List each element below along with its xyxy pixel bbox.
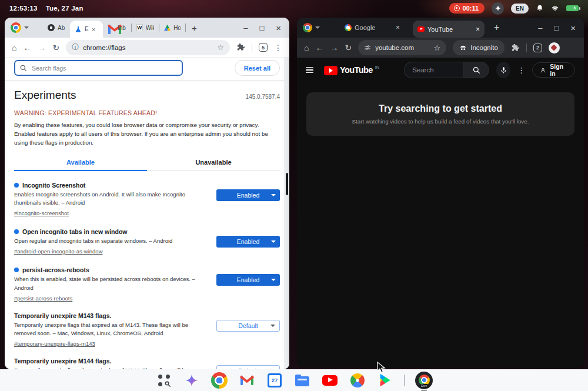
divider	[5, 80, 289, 81]
keyboard-language-badge: EN	[511, 4, 529, 14]
region-code: IN	[375, 65, 380, 70]
gmail-app-icon[interactable]	[238, 372, 256, 389]
incognito-badge: Incognito	[453, 40, 505, 55]
scrollbar-track[interactable]	[284, 58, 289, 369]
tab-unavailable[interactable]: Unavailable	[147, 159, 280, 171]
hamburger-menu-icon[interactable]	[306, 67, 313, 73]
voice-search-button[interactable]	[496, 62, 510, 78]
search-icon	[19, 64, 27, 72]
app-drawer-button[interactable]	[155, 372, 173, 389]
close-tab-icon[interactable]: ×	[92, 26, 95, 33]
flag-permalink[interactable]: #temporary-unexpire-flags-m143	[14, 340, 95, 347]
close-window-button[interactable]: ×	[276, 23, 281, 33]
flag-dot-icon	[14, 229, 19, 234]
back-button[interactable]: ←	[23, 44, 31, 52]
chevron-down-icon	[24, 26, 29, 29]
minimize-button[interactable]: –	[243, 24, 248, 32]
flag-permalink[interactable]: #incognito-screenshot	[14, 210, 69, 216]
new-tab-button[interactable]: +	[192, 23, 197, 33]
sign-in-button[interactable]: Sign in	[532, 62, 575, 78]
close-tab-icon[interactable]: ×	[396, 24, 400, 32]
browser-more-menu[interactable]: ⋮	[274, 44, 282, 52]
calendar-day: 27	[272, 377, 278, 383]
flag-select[interactable]: Enabled	[216, 236, 280, 248]
close-window-button[interactable]: ×	[570, 23, 576, 33]
maximize-button[interactable]: □	[259, 24, 264, 32]
clock: 12:53:13	[9, 5, 38, 12]
youtube-more-menu[interactable]: ⋮	[517, 66, 525, 75]
tab-available[interactable]: Available	[14, 159, 147, 171]
tab-drive[interactable]: Ho	[159, 19, 185, 36]
gmail-favicon	[108, 24, 115, 31]
youtube-search-button[interactable]	[463, 62, 489, 78]
toolbar-separator	[252, 44, 252, 52]
flag-permalink[interactable]: #persist-across-reboots	[14, 295, 72, 302]
forward-button[interactable]: →	[330, 44, 338, 52]
chrome-logo-icon	[11, 22, 21, 33]
extensions-icon[interactable]	[236, 43, 245, 52]
flag-row-persist-across-reboots: persist-across-reboots When this is enab…	[14, 266, 280, 303]
flag-dot-icon	[14, 183, 19, 188]
assistant-sparkle-icon	[492, 2, 504, 15]
tab-wikipedia[interactable]: W Wik	[132, 19, 159, 36]
search-flags-field[interactable]	[14, 60, 183, 76]
recording-timer: 00:11	[463, 5, 479, 12]
youtube-logo[interactable]: YouTube IN	[324, 65, 379, 75]
youtube-play-icon	[324, 66, 338, 75]
flags-tabs: Available Unavailable	[14, 159, 280, 171]
chrome-dev-app-icon[interactable]: Dev	[415, 372, 433, 389]
forward-button[interactable]: →	[38, 44, 46, 52]
files-app-icon[interactable]	[293, 372, 311, 389]
notification-bell-icon	[536, 4, 544, 12]
tab-inbox[interactable]: Inb	[103, 19, 131, 36]
bookmark-star-icon[interactable]: ☆	[217, 43, 224, 52]
left-toolbar: ⌂ ← → ↻ ⓘ chrome://flags ☆ 5 ⋮	[5, 38, 289, 58]
bookmark-star-icon[interactable]: ☆	[434, 44, 441, 52]
browser-menu-button[interactable]	[11, 22, 29, 33]
flag-select[interactable]: Enabled	[216, 274, 280, 286]
youtube-search-input[interactable]: Search	[404, 62, 463, 78]
home-button[interactable]: ⌂	[12, 44, 16, 52]
wikipedia-favicon: W	[136, 24, 143, 31]
photos-app-icon[interactable]	[349, 372, 366, 389]
search-flags-input[interactable]	[14, 60, 183, 76]
flag-select[interactable]: Default	[216, 365, 280, 369]
youtube-app-icon[interactable]	[321, 372, 339, 389]
reload-button[interactable]: ↻	[52, 44, 59, 52]
flag-select[interactable]: Default	[216, 320, 280, 332]
address-bar[interactable]: ⓘ chrome://flags ☆	[66, 40, 230, 55]
tab-counter[interactable]: 2	[533, 44, 542, 52]
close-tab-icon[interactable]: ×	[476, 25, 480, 34]
profile-avatar[interactable]	[549, 42, 560, 54]
address-bar[interactable]: youtube.com ☆	[358, 40, 446, 55]
reset-all-button[interactable]: Reset all	[235, 60, 280, 76]
new-tab-button[interactable]: +	[494, 22, 499, 33]
home-button[interactable]: ⌂	[304, 44, 309, 52]
drive-favicon	[164, 25, 171, 31]
page-info-icon[interactable]: ⓘ	[72, 42, 79, 52]
flag-row-unexpire-m143: Temporarily unexpire M143 flags. Tempora…	[14, 312, 280, 349]
chrome-app-icon[interactable]	[211, 372, 228, 389]
minimize-button[interactable]: –	[538, 24, 542, 32]
chevron-down-icon	[271, 279, 276, 281]
flag-permalink[interactable]: #android-open-incognito-as-window	[14, 248, 103, 255]
empty-state-subtitle: Start watching videos to help us build a…	[352, 118, 529, 125]
tab-flags-active[interactable]: E ×	[70, 21, 103, 38]
scrollbar-thumb[interactable]	[286, 173, 288, 195]
site-settings-icon[interactable]	[364, 44, 371, 51]
gemini-app-icon[interactable]	[183, 372, 201, 389]
back-button[interactable]: ←	[315, 44, 323, 52]
reload-button[interactable]: ↻	[345, 44, 352, 52]
calendar-app-icon[interactable]: 27	[266, 372, 283, 389]
tab-about[interactable]: Ab	[43, 19, 70, 36]
youtube-header: YouTube IN Search ⋮ Sign in	[297, 58, 584, 82]
empty-state-card: Try searching to get started Start watch…	[306, 92, 574, 136]
tab-google[interactable]: Google ×	[340, 19, 405, 36]
maximize-button[interactable]: □	[554, 24, 559, 32]
browser-menu-button[interactable]	[303, 23, 320, 32]
tab-youtube-active[interactable]: YouTube ×	[413, 21, 485, 38]
tab-counter[interactable]: 5	[259, 43, 268, 52]
flag-select[interactable]: Enabled	[216, 189, 280, 201]
extensions-icon[interactable]	[511, 44, 520, 52]
screen-recording-badge[interactable]: 00:11	[449, 3, 485, 14]
